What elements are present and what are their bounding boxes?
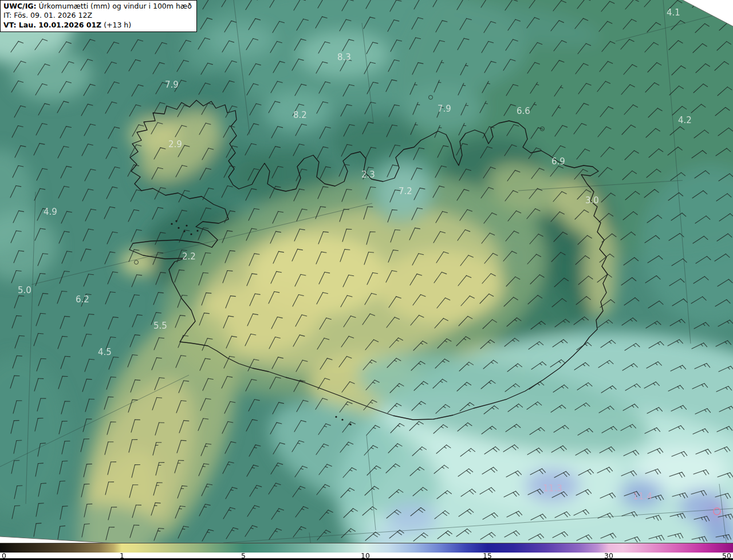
wind-barb-feather [62, 336, 68, 337]
wind-barb-halffeather [182, 529, 184, 530]
precip-value-label: 6.9 [551, 156, 565, 167]
wind-barb-feather [62, 506, 68, 507]
wind-barb-feather [41, 313, 46, 314]
wind-barb-feather [203, 273, 208, 273]
precip-value-label: 2.3 [361, 169, 375, 180]
colorbar-tick-10: 10 [361, 553, 370, 559]
wind-barb-feather [392, 210, 397, 210]
precip-value-label: 4.9 [44, 207, 57, 217]
colorbar-tick-30: 30 [604, 553, 613, 559]
colorbar-tick-50: 50 [722, 553, 731, 559]
precip-blob [206, 23, 275, 57]
wind-barb-feather [17, 316, 22, 316]
precip-value-label: 11.4 [633, 491, 652, 502]
wind-barb-halffeather [466, 105, 468, 106]
precip-value-label: 4.5 [98, 347, 112, 357]
precip-value-label: 6.2 [76, 294, 89, 305]
wind-barb-feather [395, 230, 400, 230]
precip-value-label: 7.2 [399, 186, 412, 196]
wind-barb-feather [17, 356, 22, 356]
wind-barb-halffeather [415, 85, 417, 85]
wind-barb-feather [65, 316, 70, 317]
wind-barb-feather [84, 524, 89, 524]
title-line-3: VT: Lau. 10.01.2026 01Z (+13 h) [3, 21, 192, 30]
wind-barb-feather [135, 380, 140, 380]
wind-barb-feather [41, 483, 46, 484]
wind-barb-feather [157, 397, 162, 398]
island-dot [341, 419, 343, 420]
colorbar-ticks: 01510153050 [0, 553, 733, 560]
weather-map: 4.18.37.98.22.97.96.64.26.92.37.23.04.95… [0, 0, 733, 560]
colorbar-tick-15: 15 [483, 553, 492, 559]
island-dot [196, 230, 198, 231]
wind-barb-feather [206, 293, 211, 293]
precip-value-label: 3.0 [585, 195, 599, 206]
wind-barb-feather [38, 333, 44, 334]
precip-value-label: 7.9 [438, 104, 451, 114]
wind-barb-feather [65, 356, 70, 357]
wind-barb-feather [19, 295, 24, 296]
precip-value-label: 11.3 [543, 483, 562, 494]
precip-value-label: 8.2 [293, 110, 307, 120]
wind-barb-feather [38, 463, 44, 464]
island-dot [171, 223, 172, 224]
precip-value-label: 8.3 [337, 52, 351, 62]
title-segment: Úrkomumætti (mm) og vindur i 100m hæð [37, 2, 192, 10]
wind-barb-halffeather [417, 105, 419, 105]
precip-value-label: 4.2 [678, 115, 692, 125]
precip-value-label: 5.0 [18, 285, 31, 295]
title-segment: UWC/IG: [3, 2, 37, 10]
wind-barb-halffeather [179, 508, 182, 509]
wind-barb-halffeather [205, 446, 207, 447]
wind-barb-feather [36, 523, 41, 524]
title-line-1: UWC/IG: Úrkomumætti (mm) og vindur i 100… [3, 2, 192, 11]
island-dot [335, 416, 337, 417]
island-dot [186, 224, 187, 226]
title-segment: (+13 h) [101, 21, 131, 29]
title-segment: IT: Fös. 09. 01. 2026 12Z [3, 11, 92, 19]
precip-value-label: 2.9 [168, 139, 182, 149]
wind-barb-feather [111, 377, 116, 377]
wind-barb-halffeather [415, 125, 417, 125]
title-box: UWC/IG: Úrkomumætti (mm) og vindur i 100… [0, 0, 197, 32]
wind-barb-feather [89, 359, 94, 360]
precip-value-label: 5.5 [153, 321, 167, 331]
wind-barb-feather [43, 293, 48, 294]
precip-value-label: 7.9 [165, 80, 179, 90]
wind-barb-halffeather [203, 466, 205, 467]
title-segment: VT: Lau. 10.01.2026 01Z [3, 21, 101, 29]
wind-barb-feather [369, 252, 374, 253]
wind-barb-feather [41, 358, 46, 359]
colorbar-tick-5: 5 [241, 553, 246, 559]
colorbar-tick-0: 0 [2, 553, 6, 559]
colorbar-tick-1: 1 [120, 553, 124, 559]
wind-barb-halffeather [439, 128, 442, 128]
wind-barb-feather [41, 443, 46, 444]
island-dot [178, 227, 179, 228]
precip-blob [378, 249, 504, 324]
wind-barb-feather [184, 420, 189, 421]
wind-barb-feather [344, 209, 349, 210]
wind-barb-feather [38, 503, 44, 504]
precip-value-label: 2.2 [182, 251, 196, 262]
colorbar: 01510153050 [0, 543, 733, 560]
island-dot [190, 233, 192, 235]
precip-value-label: 6.6 [517, 106, 530, 116]
precip-blob [11, 49, 92, 100]
precip-value-label: 4.1 [667, 7, 680, 18]
wind-barb-halffeather [439, 82, 441, 83]
wind-barb-feather [19, 336, 25, 336]
wind-barb-feather [86, 379, 92, 380]
map-canvas: 4.18.37.98.22.97.96.64.26.92.37.23.04.95… [0, 0, 733, 560]
title-line-2: IT: Fös. 09. 01. 2026 12Z [3, 11, 192, 20]
